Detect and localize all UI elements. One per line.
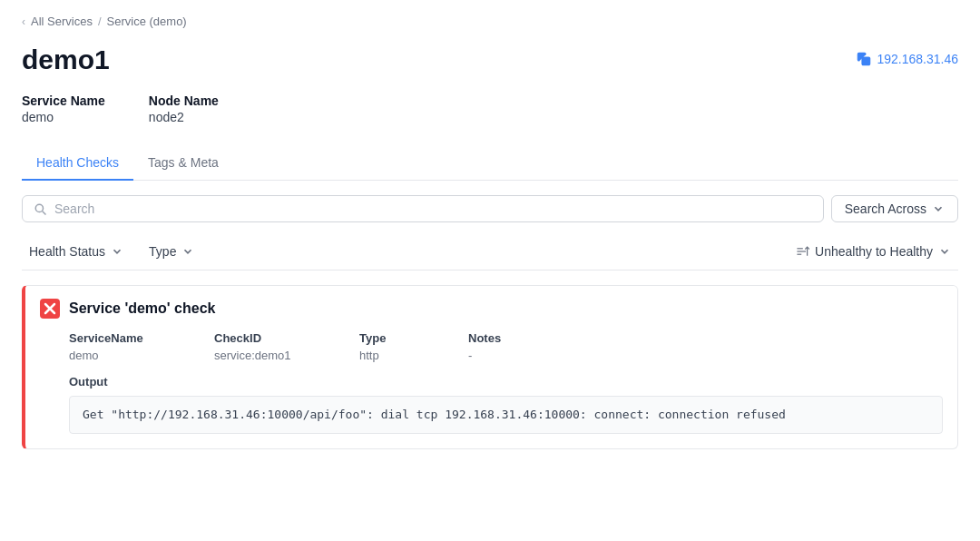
check-output-value: Get "http://192.168.31.46:10000/api/foo"… (69, 396, 943, 434)
search-across-button[interactable]: Search Across (831, 195, 958, 222)
sort-icon (795, 244, 809, 259)
service-name-value: demo (22, 110, 54, 124)
search-input[interactable] (54, 202, 812, 216)
node-name-value: node2 (149, 110, 184, 124)
tabs: Health Checks Tags & Meta (22, 146, 958, 181)
type-label: Type (149, 244, 176, 259)
type-filter[interactable]: Type (142, 241, 201, 262)
check-service-name-label: ServiceName (69, 331, 214, 345)
check-type-value: http (359, 349, 468, 362)
x-icon (44, 302, 56, 315)
check-output-label: Output (69, 375, 943, 389)
filter-row: Health Status Type (22, 233, 958, 270)
check-cards: Service 'demo' check ServiceName demo Ch… (22, 285, 958, 449)
copy-icon (857, 52, 871, 66)
check-id-col: CheckID service:demo1 (214, 331, 359, 362)
page-title: demo1 (22, 44, 110, 75)
search-input-wrap (22, 195, 824, 222)
check-card: Service 'demo' check ServiceName demo Ch… (22, 285, 958, 449)
breadcrumb-chevron: ‹ (22, 15, 25, 28)
check-output-section: Output Get "http://192.168.31.46:10000/a… (25, 375, 957, 448)
sort-label: Unhealthy to Healthy (815, 244, 933, 259)
check-id-value: service:demo1 (214, 349, 359, 362)
check-title: Service 'demo' check (69, 300, 215, 317)
search-icon (34, 202, 47, 216)
check-service-name-col: ServiceName demo (69, 331, 214, 362)
health-status-label: Health Status (29, 244, 105, 259)
page-header: demo1 192.168.31.46 (22, 44, 958, 75)
node-name-label: Node Name (149, 93, 219, 108)
status-icon-fail (40, 299, 60, 319)
sort-chevron-icon (938, 245, 951, 258)
breadcrumb: ‹ All Services / Service (demo) (22, 15, 958, 28)
service-name-label: Service Name (22, 93, 105, 108)
service-meta: Service Name demo Node Name node2 (22, 93, 958, 124)
svg-point-1 (35, 204, 43, 211)
check-details: ServiceName demo CheckID service:demo1 T… (25, 331, 957, 375)
sort-button[interactable]: Unhealthy to Healthy (788, 241, 958, 262)
breadcrumb-current: Service (demo) (107, 15, 187, 28)
service-name-meta: Service Name demo (22, 93, 105, 124)
check-card-header: Service 'demo' check (25, 286, 957, 331)
check-type-col: Type http (359, 331, 468, 362)
check-notes-label: Notes (468, 331, 943, 345)
node-name-meta: Node Name node2 (149, 93, 219, 124)
check-service-name-value: demo (69, 349, 214, 362)
svg-line-2 (43, 211, 46, 214)
check-notes-col: Notes - (468, 331, 943, 362)
ip-address: 192.168.31.46 (877, 52, 958, 66)
ip-badge[interactable]: 192.168.31.46 (857, 52, 958, 66)
tab-tags-meta[interactable]: Tags & Meta (133, 146, 233, 181)
filter-left: Health Status Type (22, 241, 201, 262)
search-row: Search Across (22, 195, 958, 222)
search-across-label: Search Across (845, 202, 926, 216)
chevron-down-icon (932, 202, 945, 215)
check-id-label: CheckID (214, 331, 359, 345)
tab-health-checks[interactable]: Health Checks (22, 146, 133, 181)
check-notes-value: - (468, 349, 943, 362)
filter-right: Unhealthy to Healthy (788, 241, 958, 262)
breadcrumb-sep: / (98, 15, 102, 28)
svg-rect-0 (862, 57, 870, 65)
health-status-chevron-icon (111, 245, 123, 258)
check-type-label: Type (359, 331, 468, 345)
breadcrumb-all-services[interactable]: All Services (31, 15, 93, 28)
health-status-filter[interactable]: Health Status (22, 241, 131, 262)
type-chevron-icon (181, 245, 194, 258)
